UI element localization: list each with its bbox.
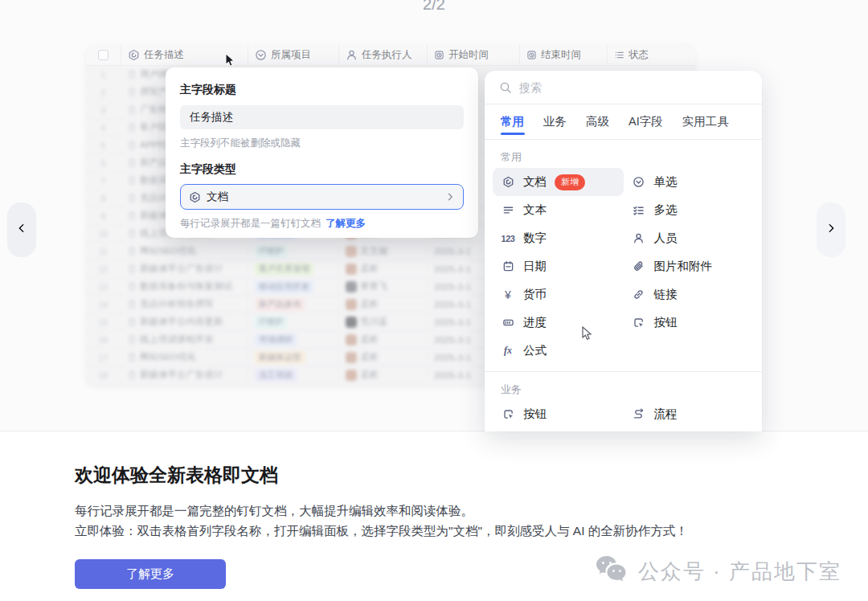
select-all-checkbox-cell[interactable] bbox=[86, 45, 121, 65]
page-indicator: 2/2 bbox=[0, 0, 868, 14]
learn-more-button[interactable]: 了解更多 bbox=[75, 559, 226, 589]
assignee-cell[interactable]: 孟析 bbox=[338, 366, 427, 383]
column-header-4[interactable]: 结束时间 bbox=[519, 45, 607, 65]
section-label-business: 业务 bbox=[485, 372, 762, 400]
field-type-search bbox=[485, 71, 762, 104]
fx-icon: fx bbox=[501, 345, 515, 357]
avatar bbox=[346, 299, 357, 310]
doc-file-icon bbox=[128, 141, 137, 149]
assignee-cell[interactable]: 文文娅 bbox=[338, 243, 427, 260]
field-type-item-进度[interactable]: 进度 bbox=[493, 309, 624, 337]
row-number: 15 bbox=[86, 313, 121, 330]
doc-file-icon bbox=[128, 176, 137, 185]
column-header-1[interactable]: 所属项目 bbox=[248, 45, 338, 65]
task-cell[interactable]: 新媒体平台内容更新 bbox=[121, 313, 248, 330]
doc-file-icon bbox=[128, 282, 137, 291]
assignee-cell[interactable]: 范川蓝 bbox=[338, 313, 427, 330]
field-type-item-链接[interactable]: 链接 bbox=[624, 280, 755, 309]
field-type-item-人员[interactable]: 人员 bbox=[624, 224, 755, 252]
field-type-item-单选[interactable]: 单选 bbox=[624, 168, 755, 196]
doc-hex-icon bbox=[501, 176, 515, 188]
assignee-cell[interactable]: 孟析 bbox=[338, 296, 427, 313]
new-badge: 新增 bbox=[555, 174, 585, 190]
task-cell[interactable]: 网站SEO优化 bbox=[121, 349, 248, 366]
field-type-item-日期[interactable]: 日期 bbox=[493, 252, 624, 280]
task-cell[interactable]: 新媒体平台广告设计 bbox=[121, 260, 248, 277]
chevron-right-icon bbox=[825, 223, 837, 237]
prev-slide-button[interactable] bbox=[7, 202, 36, 257]
field-type-item-多选[interactable]: 多选 bbox=[624, 196, 755, 224]
person-icon bbox=[632, 232, 646, 244]
row-number: 4 bbox=[86, 119, 121, 136]
row-number: 8 bbox=[86, 190, 121, 206]
tab-高级[interactable]: 高级 bbox=[586, 104, 609, 139]
primary-field-type-select[interactable]: 文档 bbox=[180, 184, 464, 210]
multi-check-icon bbox=[632, 204, 646, 216]
field-type-label: 按钮 bbox=[523, 407, 547, 422]
select-all-checkbox[interactable] bbox=[98, 50, 108, 60]
row-number: 11 bbox=[86, 243, 121, 260]
field-type-item-图片和附件[interactable]: 图片和附件 bbox=[624, 252, 755, 280]
field-type-item-公式[interactable]: fx公式 bbox=[493, 337, 624, 365]
field-type-label: 流程 bbox=[654, 407, 678, 422]
search-input[interactable] bbox=[519, 81, 747, 94]
column-header-label: 开始时间 bbox=[448, 48, 489, 62]
column-header-label: 所属项目 bbox=[271, 48, 311, 62]
column-header-3[interactable]: 开始时间 bbox=[427, 45, 519, 65]
primary-field-title-input[interactable] bbox=[180, 105, 464, 129]
project-cell[interactable]: 移动应用开发 bbox=[248, 278, 338, 295]
tab-实用工具[interactable]: 实用工具 bbox=[682, 104, 729, 139]
column-header-0[interactable]: 任务描述 bbox=[121, 45, 248, 65]
field-type-item-按钮[interactable]: 按钮 bbox=[493, 400, 624, 428]
project-cell[interactable]: IT维护 bbox=[248, 243, 338, 260]
row-number: 9 bbox=[86, 207, 121, 224]
assignee-cell[interactable]: 孟析 bbox=[338, 260, 427, 277]
primary-field-title-hint: 主字段列不能被删除或隐藏 bbox=[180, 137, 464, 150]
assignee-cell[interactable]: 孟析 bbox=[338, 349, 427, 366]
task-cell[interactable]: 网站SEO优化 bbox=[121, 243, 248, 260]
project-cell[interactable]: 新产品发布 bbox=[248, 296, 338, 313]
learn-more-link[interactable]: 了解更多 bbox=[326, 217, 366, 231]
field-type-item-文档[interactable]: 文档新增 bbox=[493, 168, 624, 196]
task-cell[interactable]: 数据库备份与恢复测试 bbox=[121, 278, 248, 295]
project-cell[interactable]: IT维护 bbox=[248, 313, 338, 330]
doc-file-icon bbox=[128, 123, 137, 132]
next-slide-button[interactable] bbox=[817, 202, 845, 257]
assignee-cell[interactable]: 章章飞 bbox=[338, 278, 427, 295]
field-type-item-文本[interactable]: 文本 bbox=[493, 196, 624, 224]
primary-field-title-label: 主字段标题 bbox=[180, 83, 464, 97]
field-type-label: 链接 bbox=[654, 287, 678, 302]
doc-file-icon bbox=[128, 158, 137, 167]
doc-file-icon bbox=[128, 264, 137, 273]
avatar bbox=[346, 264, 357, 275]
project-cell[interactable]: 新媒体运营 bbox=[248, 349, 338, 366]
task-cell[interactable]: 竞品分析报告撰写 bbox=[121, 296, 248, 313]
project-cell[interactable]: 客户关系管理 bbox=[248, 260, 338, 277]
tab-常用[interactable]: 常用 bbox=[501, 104, 524, 139]
yen-icon: ¥ bbox=[501, 288, 515, 301]
project-cell[interactable]: 员工培训 bbox=[248, 366, 338, 383]
column-header-5[interactable]: 状态 bbox=[607, 45, 695, 65]
avatar bbox=[346, 334, 357, 345]
tab-AI字段[interactable]: AI字段 bbox=[628, 104, 663, 139]
column-header-2[interactable]: 任务执行人 bbox=[338, 45, 427, 65]
doc-file-icon bbox=[128, 247, 137, 256]
field-type-item-货币[interactable]: ¥货币 bbox=[493, 280, 624, 309]
promo-title: 欢迎体验全新表格即文档 bbox=[75, 463, 278, 488]
watermark-text: 公众号 · 产品地下室 bbox=[638, 558, 841, 586]
field-type-item-数字[interactable]: 123数字 bbox=[493, 224, 624, 252]
tab-业务[interactable]: 业务 bbox=[543, 104, 567, 139]
assignee-cell[interactable]: 孟析 bbox=[338, 331, 427, 348]
row-number: 16 bbox=[86, 331, 121, 348]
carousel-slide-area: 2/2 任务描述所属项目任务执行人开始时间结束时间状态 1用户调研2撰写产品方案… bbox=[0, 0, 868, 431]
field-type-item-流程[interactable]: 流程 bbox=[624, 400, 755, 428]
field-type-item-按钮[interactable]: 按钮 bbox=[624, 309, 755, 337]
field-type-panel: 常用业务高级AI字段实用工具 常用 文档新增单选文本多选123数字人员日期图片和… bbox=[485, 71, 762, 431]
field-type-tabs: 常用业务高级AI字段实用工具 bbox=[485, 104, 762, 140]
project-cell[interactable]: 市场调研 bbox=[248, 331, 338, 348]
time-icon bbox=[434, 50, 444, 60]
doc-file-icon bbox=[128, 105, 137, 114]
task-cell[interactable]: 线上培训课程开发 bbox=[121, 331, 248, 348]
doc-file-icon bbox=[128, 70, 137, 79]
task-cell[interactable]: 新媒体平台广告设计 bbox=[121, 366, 248, 383]
